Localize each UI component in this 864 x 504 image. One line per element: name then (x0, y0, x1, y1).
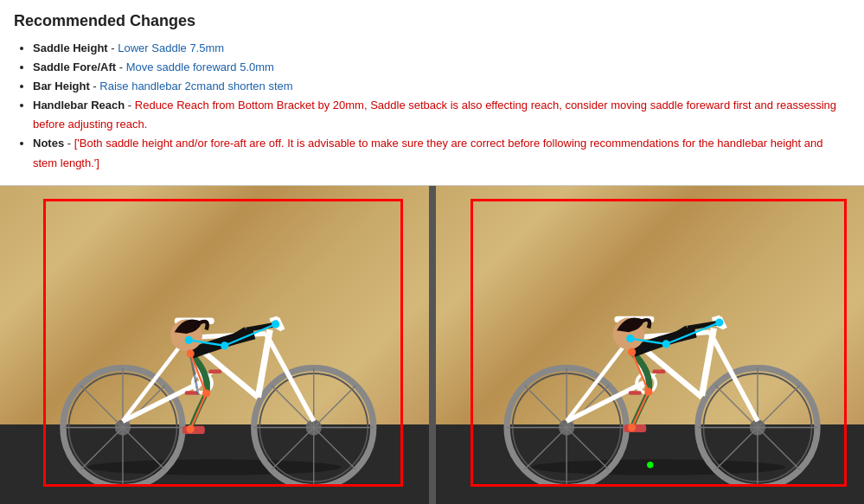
list-item: Saddle Height - Lower Saddle 7.5mm (33, 39, 850, 58)
list-item: Bar Height - Raise handlebar 2cmand shor… (33, 77, 850, 96)
bike-image-right (429, 186, 865, 504)
list-item: Handlebar Reach - Reduce Reach from Bott… (33, 96, 850, 134)
label-saddle-height: Saddle Height (33, 41, 108, 54)
text-handlebar-reach: Reduce Reach from Bottom Bracket by 20mm… (33, 99, 836, 131)
separator-4: - (128, 99, 135, 112)
section-title: Recommended Changes (14, 12, 850, 30)
recommendations-section: Recommended Changes Saddle Height - Lowe… (0, 0, 864, 186)
recommendations-list: Saddle Height - Lower Saddle 7.5mm Saddl… (14, 39, 850, 173)
label-saddle-fore-aft: Saddle Fore/Aft (33, 61, 116, 73)
label-handlebar-reach: Handlebar Reach (33, 99, 125, 112)
images-section (0, 186, 864, 504)
text-bar-height: Raise handlebar 2cmand shorten stem (99, 80, 292, 93)
separator-5: - (67, 137, 74, 150)
label-bar-height: Bar Height (33, 80, 90, 93)
label-notes: Notes (33, 137, 64, 150)
list-item: Saddle Fore/Aft - Move saddle foreward 5… (33, 58, 850, 77)
text-saddle-fore-aft: Move saddle foreward 5.0mm (126, 61, 274, 73)
text-notes: ['Both saddle height and/or fore-aft are… (33, 137, 823, 169)
bike-image-left (0, 186, 429, 504)
list-item: Notes - ['Both saddle height and/or fore… (33, 134, 850, 172)
separator-2: - (119, 61, 126, 73)
text-saddle-height: Lower Saddle 7.5mm (118, 41, 224, 54)
